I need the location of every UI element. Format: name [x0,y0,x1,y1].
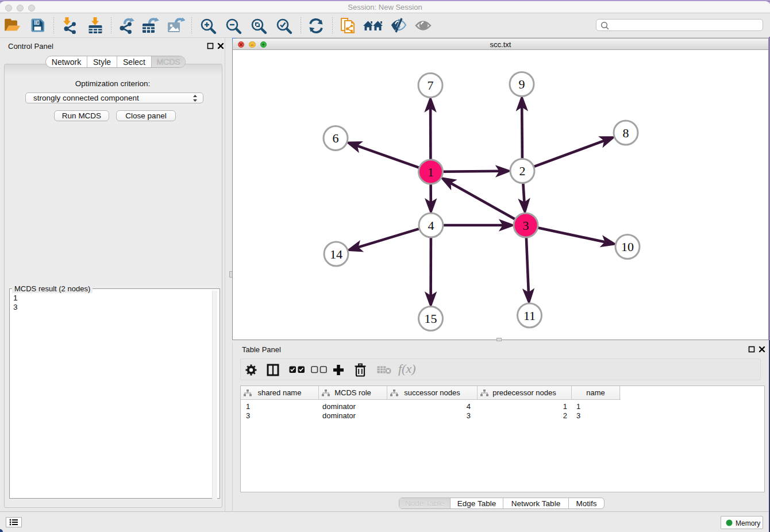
svg-text:14: 14 [330,247,342,261]
svg-text:15: 15 [425,311,437,326]
svg-text:1: 1 [428,165,434,179]
svg-text:2: 2 [519,164,526,178]
svg-text:3: 3 [523,218,529,233]
svg-text:11: 11 [523,309,536,323]
svg-text:4: 4 [428,218,434,233]
svg-text:8: 8 [623,126,629,140]
svg-text:9: 9 [519,77,525,91]
svg-text:7: 7 [428,78,434,92]
svg-text:6: 6 [333,131,339,145]
svg-text:10: 10 [621,240,634,254]
